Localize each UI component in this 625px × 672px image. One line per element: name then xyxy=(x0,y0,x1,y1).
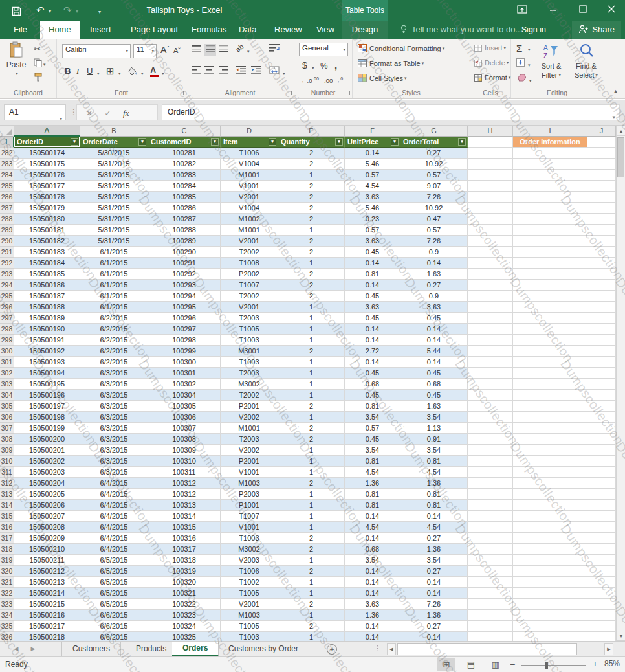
cell[interactable] xyxy=(468,302,513,313)
orientation-icon[interactable]: ab xyxy=(234,42,245,53)
row-header-293[interactable]: 293 xyxy=(0,269,14,280)
cell[interactable]: 100305 xyxy=(148,401,221,412)
cell[interactable]: 0.45 xyxy=(345,368,400,379)
cell[interactable]: T2002 xyxy=(221,247,278,258)
cell[interactable]: 150500178 xyxy=(14,192,80,203)
cell[interactable] xyxy=(587,379,616,390)
cell[interactable]: 0.14 xyxy=(345,324,400,335)
cell[interactable]: 6/3/2015 xyxy=(80,412,148,423)
cell[interactable]: 2 xyxy=(278,269,345,280)
cell[interactable]: 150500201 xyxy=(14,445,80,456)
column-header-B[interactable]: B xyxy=(80,126,148,137)
cell[interactable]: 0.14 xyxy=(400,357,468,368)
cell[interactable] xyxy=(513,324,587,335)
cell[interactable]: 0.45 xyxy=(400,368,468,379)
cell[interactable]: 150500195 xyxy=(14,379,80,390)
cell[interactable]: 10.92 xyxy=(400,159,468,170)
cell[interactable] xyxy=(468,588,513,599)
row-header-315[interactable]: 315 xyxy=(0,511,14,522)
tab-page-layout[interactable]: Page Layout xyxy=(122,21,186,39)
row-header-300[interactable]: 300 xyxy=(0,346,14,357)
cell[interactable]: 1 xyxy=(278,368,345,379)
percent-icon[interactable]: % xyxy=(320,61,328,71)
cell[interactable]: 6/5/2015 xyxy=(80,599,148,610)
cell[interactable]: 3.63 xyxy=(345,599,400,610)
cell[interactable] xyxy=(468,170,513,181)
maximize-icon[interactable] xyxy=(572,3,594,18)
cell[interactable]: 1 xyxy=(278,555,345,566)
cell[interactable] xyxy=(513,478,587,489)
cell[interactable] xyxy=(587,423,616,434)
cell[interactable]: 6/2/2015 xyxy=(80,346,148,357)
table-header-orderdate[interactable]: OrderDate▾ xyxy=(80,137,148,148)
column-header-A[interactable]: A xyxy=(14,126,80,137)
cell[interactable] xyxy=(587,203,616,214)
tab-view[interactable]: View xyxy=(308,21,343,39)
cell[interactable]: 0.45 xyxy=(345,313,400,324)
cell[interactable]: 2 xyxy=(278,434,345,445)
cell[interactable]: 2 xyxy=(278,159,345,170)
align-middle-icon[interactable] xyxy=(204,44,216,56)
row-header-325[interactable]: 325 xyxy=(0,621,14,632)
cell[interactable] xyxy=(468,159,513,170)
cell[interactable]: 150500214 xyxy=(14,588,80,599)
cell[interactable] xyxy=(468,269,513,280)
cell[interactable]: P2001 xyxy=(221,456,278,467)
table-header-ordertotal[interactable]: OrderTotal▾ xyxy=(400,137,468,148)
row-header-299[interactable]: 299 xyxy=(0,335,14,346)
cell[interactable]: 0.14 xyxy=(345,588,400,599)
row-header-323[interactable]: 323 xyxy=(0,599,14,610)
cell[interactable]: 1 xyxy=(278,357,345,368)
cell[interactable]: 100325 xyxy=(148,632,221,641)
cell[interactable]: 4.54 xyxy=(345,467,400,478)
cell[interactable]: 100317 xyxy=(148,544,221,555)
cell[interactable]: 1 xyxy=(278,456,345,467)
insert-function-icon[interactable]: fx xyxy=(123,108,129,118)
cell[interactable]: 100292 xyxy=(148,269,221,280)
cell[interactable] xyxy=(587,236,616,247)
cell[interactable]: 1 xyxy=(278,170,345,181)
cell[interactable]: 100282 xyxy=(148,159,221,170)
cell[interactable] xyxy=(513,401,587,412)
zoom-slider-thumb[interactable] xyxy=(545,662,548,669)
cell[interactable]: 6/1/2015 xyxy=(80,291,148,302)
cell[interactable]: V2001 xyxy=(221,599,278,610)
tab-insert[interactable]: Insert xyxy=(82,21,120,39)
cell[interactable]: 0.27 xyxy=(400,533,468,544)
cell[interactable]: 6/6/2015 xyxy=(80,610,148,621)
cell[interactable]: 6/4/2015 xyxy=(80,478,148,489)
cell[interactable] xyxy=(468,577,513,588)
cell[interactable]: 5.46 xyxy=(345,203,400,214)
cell[interactable]: M1001 xyxy=(221,170,278,181)
table-header-quantity[interactable]: Quantity▾ xyxy=(278,137,345,148)
cell[interactable]: 100296 xyxy=(148,313,221,324)
cell[interactable]: 150500174 xyxy=(14,148,80,159)
cell[interactable]: P2001 xyxy=(221,401,278,412)
cell[interactable] xyxy=(513,148,587,159)
minimize-icon[interactable] xyxy=(542,3,564,18)
cell[interactable] xyxy=(468,346,513,357)
cell[interactable]: 6/2/2015 xyxy=(80,335,148,346)
cell[interactable]: 2 xyxy=(278,346,345,357)
hscroll-left-icon[interactable]: ◀ xyxy=(387,643,396,655)
cell[interactable] xyxy=(513,599,587,610)
cell[interactable] xyxy=(513,445,587,456)
cell[interactable]: 150500210 xyxy=(14,544,80,555)
zoom-out-icon[interactable]: − xyxy=(510,659,515,669)
cell[interactable]: 3.54 xyxy=(400,555,468,566)
cell[interactable] xyxy=(513,159,587,170)
cell[interactable]: 6/4/2015 xyxy=(80,489,148,500)
cell[interactable]: 150500204 xyxy=(14,478,80,489)
decrease-font-icon[interactable]: Aˇ xyxy=(173,47,181,54)
sheet-tab-products[interactable]: Products xyxy=(126,642,177,656)
cell[interactable]: 150500200 xyxy=(14,434,80,445)
cell[interactable]: 0.9 xyxy=(400,291,468,302)
cell[interactable] xyxy=(513,467,587,478)
cell[interactable] xyxy=(513,258,587,269)
comma-icon[interactable]: , xyxy=(334,60,337,71)
cell[interactable]: 6/1/2015 xyxy=(80,302,148,313)
row-header-296[interactable]: 296 xyxy=(0,302,14,313)
cell[interactable]: 0.14 xyxy=(345,577,400,588)
cell[interactable] xyxy=(513,214,587,225)
cell[interactable] xyxy=(468,522,513,533)
